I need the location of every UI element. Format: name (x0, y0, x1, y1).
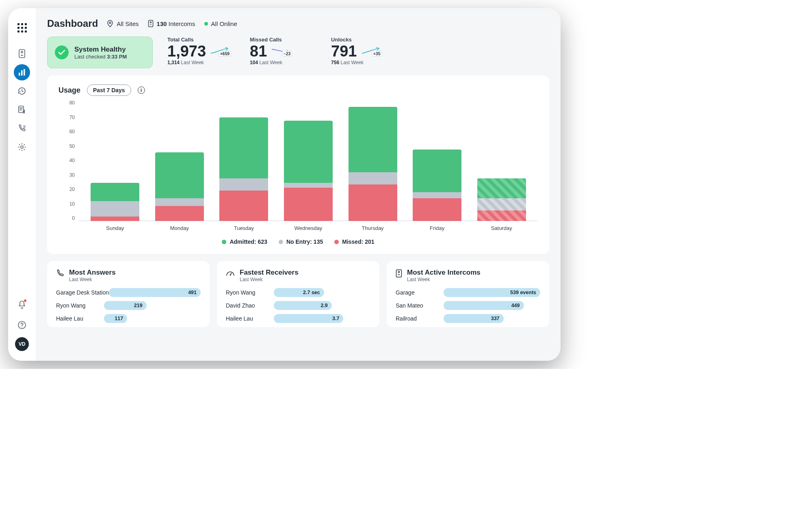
y-tick: 80 (58, 100, 79, 106)
check-icon (55, 46, 69, 59)
svg-point-16 (230, 275, 231, 276)
card-most-answers: Most AnswersLast Week Garage Desk Statio… (47, 261, 210, 327)
x-label: Wednesday (284, 225, 333, 231)
kpi-value: 791 (331, 43, 357, 59)
nav-reports-icon[interactable] (14, 102, 30, 118)
notifications-icon[interactable] (14, 297, 30, 313)
trend-delta: +659 (218, 51, 231, 56)
page-header: Dashboard All Sites 130 Intercoms All On… (47, 18, 549, 29)
stat-name: David Zhao (226, 302, 274, 309)
svg-point-14 (150, 22, 151, 23)
svg-point-11 (22, 327, 22, 327)
x-label: Monday (155, 225, 204, 231)
stat-name: Hailee Lau (56, 315, 104, 322)
help-icon[interactable] (14, 317, 30, 333)
bar-monday[interactable] (155, 152, 204, 221)
stat-name: Garage Desk Station (56, 289, 109, 296)
svg-rect-5 (24, 69, 25, 76)
intercom-icon (396, 269, 402, 277)
kpi-label: Missed Calls (250, 37, 311, 43)
bar-sunday[interactable] (91, 183, 139, 221)
sites-label: All Sites (117, 20, 139, 27)
x-label: Saturday (477, 225, 526, 231)
stat-row: Railroad337 (396, 314, 540, 323)
info-icon[interactable]: i (138, 87, 145, 94)
svg-rect-8 (24, 110, 25, 113)
kpi-sub: 756 Last Week (331, 60, 392, 65)
trend-icon: –23 (271, 47, 290, 56)
y-tick: 30 (58, 172, 79, 178)
bar-thursday[interactable] (349, 107, 397, 221)
svg-rect-19 (398, 274, 400, 275)
kpi-missed-calls: Missed Calls81–23104 Last Week (250, 37, 311, 65)
sites-filter[interactable]: All Sites (107, 20, 139, 27)
bar-tuesday[interactable] (219, 117, 268, 221)
y-tick: 0 (58, 215, 79, 221)
svg-rect-7 (23, 111, 24, 113)
kpi-label: Total Calls (167, 37, 230, 43)
page-title: Dashboard (47, 18, 98, 29)
nav-history-icon[interactable] (14, 83, 30, 99)
svg-rect-17 (396, 270, 402, 277)
kpi-total-calls: Total Calls1,973+6591,314 Last Week (167, 37, 230, 65)
kpi-value: 81 (250, 43, 267, 59)
bar-friday[interactable] (413, 150, 461, 221)
stat-row: Ryon Wang219 (56, 301, 201, 310)
chart-legend: Admitted: 623 No Entry: 135 Missed: 201 (58, 238, 538, 245)
svg-point-12 (109, 22, 111, 24)
stat-bar: 491 (109, 288, 201, 297)
stat-row: San Mateo449 (396, 301, 540, 310)
usage-chart: 80706050403020100 (58, 99, 538, 221)
trend-delta: –23 (282, 51, 292, 56)
svg-rect-3 (19, 73, 20, 76)
legend-admitted: Admitted: 623 (222, 238, 267, 245)
kpi-row: System Healthy Last checked 3:33 PM Tota… (47, 37, 549, 68)
stat-bar: 2.9 (274, 301, 332, 310)
stat-row: Hailee Lau3.7 (226, 314, 370, 323)
stat-row: Garage Desk Station491 (56, 288, 201, 297)
sidebar: VD (8, 8, 36, 361)
nav-intercom-icon[interactable] (14, 46, 30, 62)
stat-bar: 3.7 (274, 314, 343, 323)
stat-bar: 337 (444, 314, 504, 323)
stat-bar: 117 (104, 314, 127, 323)
usage-panel: Usage Past 7 Days i 80706050403020100 Su… (47, 76, 549, 254)
health-subtitle: Last checked 3:33 PM (74, 54, 127, 60)
stat-name: Hailee Lau (226, 315, 274, 322)
stat-bar: 449 (444, 301, 524, 310)
y-tick: 10 (58, 201, 79, 207)
pin-icon (107, 20, 113, 27)
usage-title: Usage (58, 86, 80, 95)
range-selector[interactable]: Past 7 Days (87, 85, 131, 96)
nav-dashboard-icon[interactable] (14, 64, 30, 80)
legend-missed: Missed: 201 (334, 238, 374, 245)
card-active-intercoms: Most Active IntercomsLast Week Garage539… (387, 261, 549, 327)
bar-saturday[interactable] (477, 178, 526, 221)
status-dot-icon (204, 22, 208, 26)
apps-menu-icon[interactable] (14, 20, 30, 36)
svg-rect-0 (19, 50, 25, 58)
svg-point-18 (398, 271, 399, 273)
svg-rect-13 (148, 20, 153, 27)
stat-row: Hailee Lau117 (56, 314, 201, 323)
user-avatar[interactable]: VD (15, 337, 29, 351)
notification-dot (24, 299, 27, 302)
nav-calls-icon[interactable] (14, 120, 30, 137)
y-tick: 50 (58, 143, 79, 149)
x-label: Sunday (91, 225, 139, 231)
svg-point-1 (21, 51, 23, 53)
phone-icon (56, 269, 64, 277)
bar-wednesday[interactable] (284, 121, 333, 221)
intercoms-count[interactable]: 130 Intercoms (148, 20, 195, 27)
stats-cards-row: Most AnswersLast Week Garage Desk Statio… (47, 261, 549, 327)
stat-name: Railroad (396, 315, 444, 322)
x-label: Thursday (349, 225, 397, 231)
y-tick: 20 (58, 186, 79, 192)
nav-settings-icon[interactable] (14, 139, 30, 155)
trend-icon: +659 (210, 47, 230, 56)
stat-name: San Mateo (396, 302, 444, 309)
stat-name: Ryon Wang (56, 302, 104, 309)
svg-rect-4 (21, 70, 23, 76)
stat-row: David Zhao2.9 (226, 301, 370, 310)
kpi-sub: 104 Last Week (250, 60, 311, 65)
